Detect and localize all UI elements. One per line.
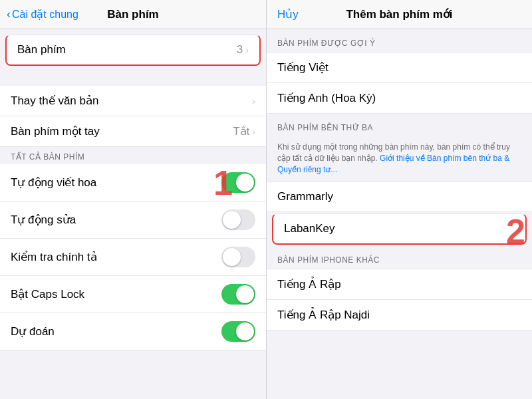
- thay-the-value: ›: [252, 96, 255, 106]
- suggested-header: BÀN PHÍM ĐƯỢC GỢI Ý: [267, 29, 532, 52]
- right-panel: Hủy Thêm bàn phím mới BÀN PHÍM ĐƯỢC GỢI …: [266, 0, 532, 399]
- kiem-tra-chinh-ta-item[interactable]: Kiểm tra chính tả: [0, 239, 266, 276]
- ban-phim-mot-tay-value: Tắt ›: [233, 124, 255, 138]
- step-number-2: 2: [506, 211, 525, 251]
- right-nav-bar: Hủy Thêm bàn phím mới: [267, 0, 532, 29]
- ban-phim-mot-tay-label: Bàn phím một tay: [11, 124, 100, 138]
- tieng-a-rap-label: Tiếng Ả Rập: [277, 277, 341, 291]
- third-party-header: BÀN PHÍM BÊN THỨ BA: [267, 114, 532, 136]
- tieng-viet-item[interactable]: Tiếng Việt: [267, 52, 532, 83]
- iphone-header: BÀN PHÍM IPHONE KHÁC: [267, 246, 532, 269]
- bat-caps-lock-toggle[interactable]: [221, 284, 255, 305]
- step-number-1: 1: [213, 163, 233, 203]
- tieng-a-rap-item[interactable]: Tiếng Ả Rập: [267, 269, 532, 300]
- labankey-section: LabanKey 2: [267, 213, 532, 245]
- third-party-note: Khi sử dụng một trong những bàn phím này…: [267, 136, 532, 182]
- tieng-a-rap-najdi-item[interactable]: Tiếng Ả Rập Najdi: [267, 300, 532, 331]
- du-doan-toggle[interactable]: [221, 321, 255, 342]
- thay-the-van-ban-item[interactable]: Thay thế văn bản ›: [0, 86, 266, 116]
- ban-phim-value: 3 ›: [237, 43, 249, 57]
- chevron-right-icon-2: ›: [252, 96, 255, 106]
- du-doan-item[interactable]: Dự đoán: [0, 313, 266, 350]
- toggle-thumb-4: [236, 285, 254, 303]
- ban-phim-mot-tay-item[interactable]: Bàn phím một tay Tắt ›: [0, 116, 266, 147]
- all-keyboards-header: TẤT CẢ BÀN PHÍM: [0, 147, 266, 164]
- ban-phim-label: Bàn phím: [17, 43, 66, 57]
- bat-caps-lock-item[interactable]: Bật Caps Lock: [0, 276, 266, 313]
- grammarly-label: Grammarly: [277, 190, 333, 203]
- left-settings-list: Bàn phím 3 › Thay thế văn bản › Bàn phím…: [0, 29, 266, 399]
- grammarly-item[interactable]: Grammarly: [267, 182, 532, 212]
- tieng-a-rap-najdi-label: Tiếng Ả Rập Najdi: [277, 308, 370, 322]
- right-content: BÀN PHÍM ĐƯỢC GỢI Ý Tiếng Việt Tiếng Anh…: [267, 29, 532, 399]
- kiem-tra-label: Kiểm tra chính tả: [11, 250, 97, 264]
- tieng-anh-label: Tiếng Anh (Hoa Kỳ): [277, 91, 376, 105]
- thay-the-label: Thay thế văn bản: [11, 94, 98, 108]
- chevron-right-icon-3: ›: [252, 126, 255, 137]
- back-button[interactable]: ‹ Cài đặt chung: [7, 7, 78, 21]
- toggle-thumb-3: [223, 248, 241, 266]
- chevron-right-icon: ›: [245, 45, 249, 55]
- tu-dong-sua-toggle[interactable]: [221, 209, 255, 230]
- left-nav-title: Bàn phím: [107, 8, 158, 21]
- toggle-thumb-2: [223, 211, 241, 229]
- bat-caps-lock-label: Bật Caps Lock: [11, 287, 84, 301]
- tu-dong-viet-hoa-item[interactable]: Tự động viết hoa 1: [0, 164, 266, 201]
- du-doan-label: Dự đoán: [11, 325, 55, 338]
- left-nav-bar: ‹ Cài đặt chung Bàn phím: [0, 0, 266, 29]
- tieng-anh-item[interactable]: Tiếng Anh (Hoa Kỳ): [267, 83, 532, 114]
- back-label: Cài đặt chung: [12, 8, 78, 21]
- right-nav-title: Thêm bàn phím mới: [346, 7, 452, 21]
- labankey-label: LabanKey: [284, 222, 335, 235]
- ban-phim-item[interactable]: Bàn phím 3 ›: [5, 35, 261, 66]
- left-panel: ‹ Cài đặt chung Bàn phím Bàn phím 3 › Th…: [0, 0, 266, 399]
- toggle-thumb-5: [236, 323, 254, 340]
- toggle-thumb: [236, 174, 254, 192]
- cancel-button[interactable]: Hủy: [277, 7, 299, 21]
- tieng-viet-label: Tiếng Việt: [277, 61, 329, 74]
- tu-dong-sua-label: Tự động sửa: [11, 213, 76, 227]
- tu-dong-sua-item[interactable]: Tự động sửa: [0, 201, 266, 239]
- back-chevron-icon: ‹: [7, 7, 11, 21]
- tu-dong-viet-hoa-label: Tự động viết hoa: [11, 176, 96, 190]
- kiem-tra-toggle[interactable]: [221, 247, 255, 267]
- labankey-item[interactable]: LabanKey: [272, 213, 527, 245]
